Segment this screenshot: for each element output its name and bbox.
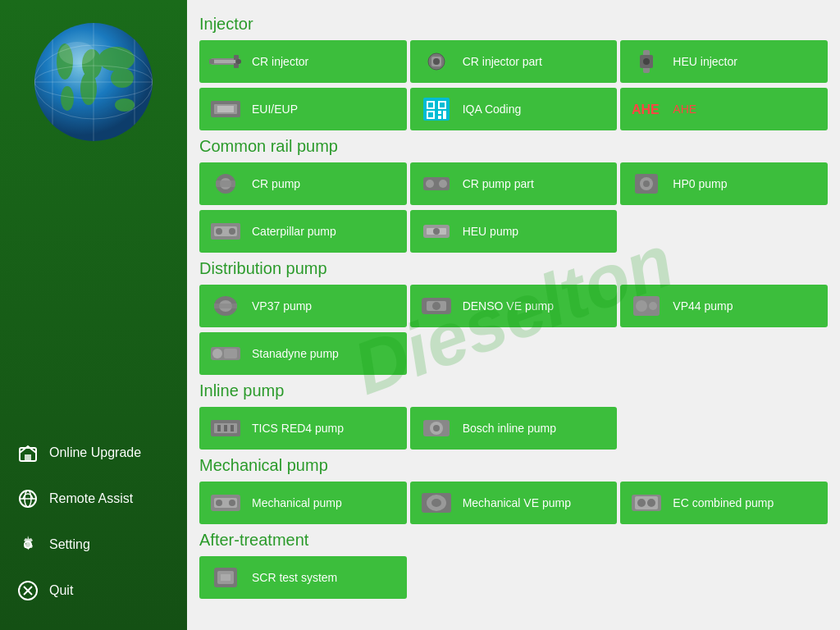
- svg-rect-41: [428, 103, 433, 107]
- cr-injector-label: CR injector: [252, 55, 308, 68]
- svg-point-55: [439, 180, 447, 188]
- card-cr-pump[interactable]: CR pump: [199, 162, 407, 205]
- svg-point-96: [647, 499, 655, 507]
- svg-point-32: [433, 58, 440, 65]
- ec-combined-pump-icon: [628, 488, 664, 518]
- denso-ve-pump-label: DENSO VE pump: [463, 299, 554, 313]
- section-title-injector: Injector: [199, 15, 828, 34]
- svg-rect-68: [214, 304, 237, 308]
- section-common-rail-pump: Common rail pump CR pump CR pump part HP…: [199, 137, 828, 253]
- card-vp44-pump[interactable]: VP44 pump: [620, 285, 828, 327]
- card-mechanical-pump[interactable]: Mechanical pump: [199, 482, 407, 524]
- svg-point-58: [643, 180, 650, 187]
- vp37-pump-icon: [208, 291, 244, 321]
- ec-combined-pump-label: EC combined pump: [673, 496, 774, 509]
- svg-point-3: [80, 72, 97, 105]
- tics-red4-pump-label: TICS RED4 pump: [252, 422, 344, 435]
- svg-point-76: [212, 349, 222, 358]
- sidebar-label-setting: Setting: [49, 537, 90, 552]
- section-distribution-pump: Distribution pump VP37 pump DENSO VE pum…: [199, 259, 828, 375]
- svg-rect-29: [209, 59, 214, 64]
- svg-point-54: [426, 180, 434, 188]
- sidebar-item-setting[interactable]: Setting: [0, 522, 187, 568]
- cr-pump-part-label: CR pump part: [463, 177, 534, 190]
- heu-pump-icon: [418, 217, 454, 246]
- card-cr-injector-part[interactable]: CR injector part: [410, 40, 618, 83]
- ahe-icon: AHE: [628, 94, 664, 124]
- vp44-pump-label: VP44 pump: [673, 299, 733, 313]
- cr-injector-icon: [208, 47, 244, 76]
- section-injector: Injector CR injector CR injector part HE…: [199, 15, 828, 130]
- denso-ve-pump-icon: [418, 291, 454, 321]
- card-cr-injector[interactable]: CR injector: [199, 40, 407, 83]
- svg-rect-48: [438, 116, 441, 119]
- card-denso-ve-pump[interactable]: DENSO VE pump: [410, 285, 618, 327]
- section-title-distribution-pump: Distribution pump: [199, 259, 828, 278]
- card-grid: CR injector CR injector part HEU injecto…: [199, 40, 828, 83]
- vp37-pump-label: VP37 pump: [252, 299, 312, 313]
- stanadyne-pump-label: Stanadyne pump: [252, 347, 339, 360]
- svg-rect-43: [440, 103, 445, 107]
- svg-point-95: [637, 499, 646, 507]
- card-tics-red4-pump[interactable]: TICS RED4 pump: [199, 407, 407, 450]
- card-caterpillar-pump[interactable]: Caterpillar pump: [199, 210, 407, 253]
- svg-rect-46: [438, 111, 441, 114]
- card-grid: SCR test system: [199, 556, 828, 599]
- card-ahe[interactable]: AHE AHE: [620, 88, 828, 130]
- card-grid: Mechanical pump Mechanical VE pump EC co…: [199, 482, 828, 524]
- svg-rect-45: [428, 112, 433, 117]
- cr-pump-icon: [208, 169, 244, 199]
- heu-injector-icon: [628, 47, 664, 76]
- caterpillar-pump-icon: [208, 217, 244, 246]
- card-eui-eup[interactable]: EUI/EUP: [199, 88, 407, 130]
- mechanical-ve-pump-label: Mechanical VE pump: [463, 496, 571, 509]
- bosch-inline-pump-icon: [418, 413, 454, 443]
- card-grid: TICS RED4 pump Bosch inline pump: [199, 407, 828, 450]
- card-heu-injector[interactable]: HEU injector: [620, 40, 828, 83]
- card-vp37-pump[interactable]: VP37 pump: [199, 285, 407, 327]
- card-iqa-coding[interactable]: IQA Coding: [410, 88, 618, 130]
- card-bosch-inline-pump[interactable]: Bosch inline pump: [410, 407, 618, 450]
- close-circle-icon: [16, 579, 39, 602]
- card-stanadyne-pump[interactable]: Stanadyne pump: [199, 332, 407, 375]
- sidebar-item-remote-assist[interactable]: Remote Assist: [0, 476, 187, 522]
- svg-point-89: [229, 500, 235, 506]
- card-scr-test-system[interactable]: SCR test system: [199, 556, 407, 599]
- svg-rect-77: [224, 349, 237, 358]
- card-hp0-pump[interactable]: HP0 pump: [620, 162, 828, 205]
- card-grid: CR pump CR pump part HP0 pump: [199, 162, 828, 205]
- caterpillar-pump-label: Caterpillar pump: [252, 225, 336, 238]
- section-after-treatment: After-treatment SCR test system: [199, 531, 828, 599]
- svg-rect-80: [217, 425, 221, 431]
- svg-point-73: [636, 300, 647, 312]
- svg-rect-38: [217, 106, 234, 112]
- scr-test-system-icon: [208, 563, 244, 592]
- cr-injector-part-icon: [418, 47, 454, 76]
- gear-icon: [16, 533, 39, 556]
- svg-rect-82: [231, 425, 234, 431]
- sidebar-item-online-upgrade[interactable]: Online Upgrade: [0, 430, 187, 476]
- home-icon: [16, 441, 39, 464]
- card-mechanical-ve-pump[interactable]: Mechanical VE pump: [410, 482, 618, 524]
- svg-rect-47: [443, 111, 446, 119]
- svg-point-62: [229, 228, 235, 235]
- vp44-pump-icon: [628, 291, 664, 321]
- hp0-pump-icon: [628, 169, 664, 199]
- card-grid: VP37 pump DENSO VE pump VP44 pump: [199, 285, 828, 327]
- svg-rect-99: [221, 574, 231, 581]
- svg-rect-81: [224, 425, 227, 431]
- main-content: Dieselton Injector CR injector CR inject…: [187, 0, 840, 630]
- globe-logo: [20, 8, 167, 156]
- svg-rect-52: [216, 180, 235, 187]
- svg-text:AHE: AHE: [632, 103, 660, 116]
- card-cr-pump-part[interactable]: CR pump part: [410, 162, 618, 205]
- cr-pump-label: CR pump: [252, 177, 300, 190]
- mechanical-pump-icon: [208, 488, 244, 518]
- section-title-common-rail-pump: Common rail pump: [199, 137, 828, 156]
- card-heu-pump[interactable]: HEU pump: [410, 210, 618, 253]
- card-ec-combined-pump[interactable]: EC combined pump: [620, 482, 828, 524]
- sidebar-item-quit[interactable]: Quit: [0, 568, 187, 614]
- card-grid: Caterpillar pump HEU pump: [199, 210, 828, 253]
- mechanical-pump-label: Mechanical pump: [252, 496, 342, 509]
- hp0-pump-label: HP0 pump: [673, 177, 727, 190]
